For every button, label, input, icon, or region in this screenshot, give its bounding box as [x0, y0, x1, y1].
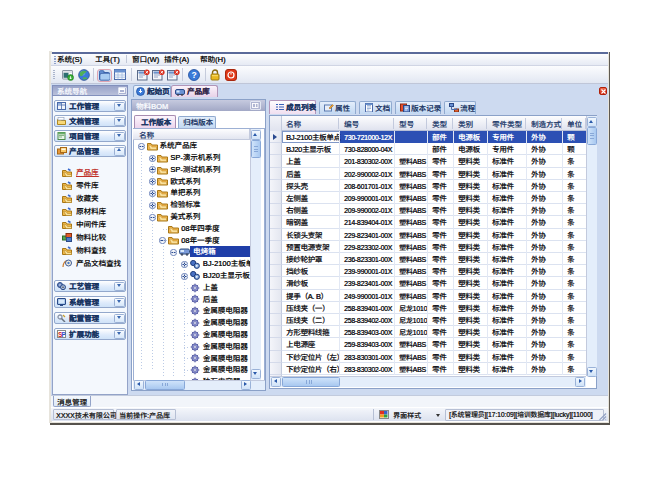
svg-text:P: P	[62, 331, 67, 338]
svg-text:?: ?	[191, 70, 196, 80]
